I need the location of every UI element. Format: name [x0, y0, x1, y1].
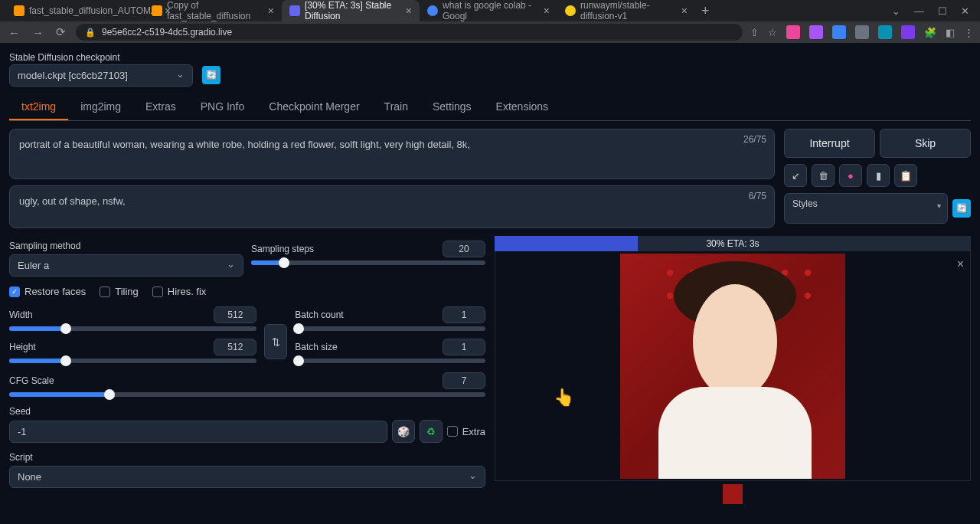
- checkpoint-select[interactable]: model.ckpt [cc6cb27103]: [9, 64, 193, 87]
- browser-tab[interactable]: fast_stable_diffusion_AUTOMA×: [6, 0, 144, 21]
- prompt-input[interactable]: portrait of a beautiful woman, wearing a…: [9, 129, 775, 179]
- script-value: None: [18, 471, 41, 483]
- share-icon[interactable]: ⇧: [750, 27, 759, 38]
- hf-icon: [565, 5, 576, 16]
- browser-tab[interactable]: [30% ETA: 3s] Stable Diffusion×: [282, 0, 420, 21]
- script-select[interactable]: None: [9, 466, 485, 488]
- batch-size-slider[interactable]: [295, 359, 485, 363]
- sampling-method-select[interactable]: Euler a: [9, 254, 243, 277]
- width-input[interactable]: 512: [214, 306, 256, 323]
- tab-settings[interactable]: Settings: [420, 94, 484, 120]
- ext-icon[interactable]: [901, 25, 915, 39]
- star-icon[interactable]: ☆: [768, 27, 777, 38]
- thumbnail-strip: [495, 481, 971, 507]
- tab-extensions[interactable]: Extensions: [484, 94, 560, 120]
- interrupt-button[interactable]: Interrupt: [784, 129, 875, 158]
- restore-label: Restore faces: [24, 286, 86, 297]
- checkpoint-label: Stable Diffusion checkpoint: [9, 52, 193, 63]
- sampling-steps-input[interactable]: 20: [443, 241, 485, 257]
- apply-style-button[interactable]: 🔄: [952, 199, 971, 218]
- checkbox-icon: [152, 287, 163, 297]
- hires-check[interactable]: Hires. fix: [152, 286, 207, 297]
- negative-prompt-input[interactable]: ugly, out of shape, nsfw, 6/75: [9, 185, 775, 228]
- tab-title: [30% ETA: 3s] Stable Diffusion: [305, 0, 398, 21]
- maximize-icon[interactable]: ☐: [938, 5, 947, 17]
- tab-txt2img[interactable]: txt2img: [9, 94, 68, 120]
- close-icon[interactable]: ×: [406, 5, 412, 17]
- refresh-checkpoint-button[interactable]: 🔄: [202, 66, 220, 84]
- prompt-text: portrait of a beautiful woman, wearing a…: [19, 139, 470, 150]
- batch-size-label: Batch size: [295, 342, 337, 352]
- cursor-icon: 👆: [554, 388, 574, 408]
- swap-dims-button[interactable]: ⇅: [264, 324, 287, 359]
- tab-title: Copy of fast_stable_diffusion: [167, 0, 260, 21]
- chevron-down-icon[interactable]: ⌄: [892, 5, 900, 17]
- window-controls: ⌄ — ☐ ✕: [892, 5, 980, 17]
- tiling-check[interactable]: Tiling: [100, 286, 139, 297]
- restore-faces-check[interactable]: ✓Restore faces: [9, 286, 86, 297]
- tab-img2img[interactable]: img2img: [68, 94, 133, 120]
- card-icon-button[interactable]: ▮: [867, 164, 890, 187]
- checkbox-icon: ✓: [9, 287, 20, 297]
- google-icon: [427, 5, 438, 16]
- extensions-icon[interactable]: 🧩: [924, 27, 936, 38]
- side-panel-icon[interactable]: ◧: [946, 27, 955, 38]
- tab-train[interactable]: Train: [372, 94, 420, 120]
- close-window-icon[interactable]: ✕: [961, 5, 969, 17]
- menu-icon[interactable]: ⋮: [964, 27, 974, 38]
- back-icon[interactable]: ←: [6, 26, 22, 39]
- minimize-icon[interactable]: —: [914, 5, 924, 17]
- tab-strip: fast_stable_diffusion_AUTOMA× Copy of fa…: [0, 0, 980, 21]
- batch-count-input[interactable]: 1: [443, 306, 485, 323]
- height-input[interactable]: 512: [214, 339, 256, 355]
- close-icon[interactable]: ×: [268, 5, 274, 17]
- height-label: Height: [9, 342, 36, 352]
- batch-size-input[interactable]: 1: [443, 339, 485, 355]
- ext-icon[interactable]: [832, 25, 846, 39]
- height-slider[interactable]: [9, 359, 256, 363]
- ext-icon[interactable]: [786, 25, 800, 39]
- neg-token-count: 6/75: [749, 191, 766, 201]
- new-tab-button[interactable]: +: [695, 3, 716, 19]
- ext-icon[interactable]: [809, 25, 823, 39]
- tab-merger[interactable]: Checkpoint Merger: [256, 94, 371, 120]
- arrow-icon-button[interactable]: ↙: [784, 164, 807, 187]
- batch-count-slider[interactable]: [295, 326, 485, 331]
- seed-input[interactable]: -1: [9, 421, 387, 443]
- cfg-slider[interactable]: [9, 392, 485, 397]
- batch-count-label: Batch count: [295, 309, 343, 320]
- dot-icon-button[interactable]: ●: [839, 164, 862, 187]
- browser-tab[interactable]: what is google colab - Googl×: [420, 0, 557, 21]
- close-icon[interactable]: ×: [544, 5, 550, 17]
- checkpoint-value: model.ckpt [cc6cb27103]: [18, 70, 128, 81]
- cfg-input[interactable]: 7: [443, 372, 485, 389]
- thumbnail[interactable]: [723, 484, 743, 504]
- skip-button[interactable]: Skip: [880, 129, 971, 158]
- reload-icon[interactable]: ⟳: [54, 25, 68, 39]
- url-input[interactable]: 🔒9e5e6cc2-c519-4dc5.gradio.live: [76, 24, 743, 41]
- sampling-steps-label: Sampling steps: [251, 244, 314, 254]
- hires-label: Hires. fix: [168, 286, 207, 297]
- trash-icon-button[interactable]: 🗑: [812, 164, 835, 187]
- random-seed-button[interactable]: 🎲: [392, 420, 415, 443]
- sampling-steps-slider[interactable]: [251, 260, 485, 265]
- main-tabs: txt2img img2img Extras PNG Info Checkpoi…: [9, 94, 971, 121]
- ext-icon[interactable]: [855, 25, 869, 39]
- forward-icon[interactable]: →: [30, 26, 46, 39]
- progress-text: 30% ETA: 3s: [706, 238, 759, 249]
- browser-tab[interactable]: Copy of fast_stable_diffusion×: [144, 0, 282, 21]
- browser-tab[interactable]: runwayml/stable-diffusion-v1×: [557, 0, 695, 21]
- close-preview-icon[interactable]: ×: [957, 257, 964, 271]
- image-preview[interactable]: × 👆: [495, 251, 971, 481]
- close-icon[interactable]: ×: [681, 5, 688, 17]
- clipboard-icon-button[interactable]: 📋: [894, 164, 917, 187]
- tab-extras[interactable]: Extras: [133, 94, 188, 120]
- lock-icon: 🔒: [85, 28, 96, 38]
- tab-pnginfo[interactable]: PNG Info: [188, 94, 257, 120]
- reuse-seed-button[interactable]: ♻: [420, 420, 443, 443]
- ext-icon[interactable]: [878, 25, 892, 39]
- styles-select[interactable]: Styles: [784, 193, 948, 224]
- extra-seed-check[interactable]: Extra: [447, 426, 485, 437]
- script-label: Script: [9, 452, 485, 463]
- width-slider[interactable]: [9, 326, 256, 331]
